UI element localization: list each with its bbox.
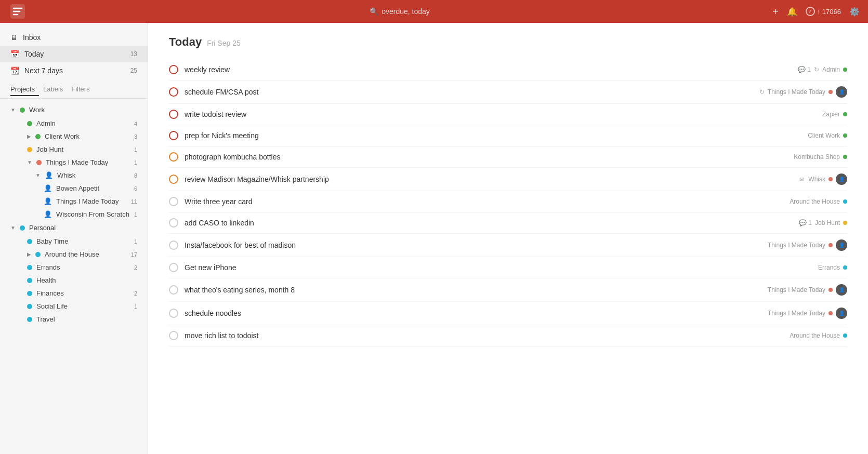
project-dot	[843, 155, 847, 159]
next7days-label: Next 7 days	[24, 66, 63, 75]
task-avatar: 👤	[836, 239, 847, 251]
sidebar-item-health[interactable]: Health	[0, 274, 148, 287]
tab-projects[interactable]: Projects	[10, 83, 39, 96]
task-item: prep for Nick's meeting Client Work	[169, 125, 847, 146]
task-checkbox[interactable]	[169, 309, 178, 318]
sidebar-item-babytime[interactable]: Baby Time 1	[0, 235, 148, 248]
task-name: add CASO to linkedin	[185, 219, 793, 227]
tab-labels[interactable]: Labels	[39, 83, 67, 96]
travel-label: Travel	[36, 315, 55, 323]
project-group-work[interactable]: ▼ Work	[0, 103, 148, 117]
sidebar-item-sociallife[interactable]: Social Life 1	[0, 300, 148, 313]
sidebar-item-thingsmadetoday-group[interactable]: ▼ Things I Made Today 1	[0, 156, 148, 169]
work-dot	[20, 108, 25, 113]
search-icon: 🔍	[370, 7, 378, 16]
mail-icon: ✉	[799, 176, 804, 183]
task-meta: Things I Made Today👤	[768, 308, 847, 319]
task-checkbox[interactable]	[169, 110, 178, 119]
sidebar-item-whisk-group[interactable]: ▼ 👤 Whisk 8	[0, 169, 148, 182]
content-area: Today Fri Sep 25 weekly review 💬 1↻Admin…	[148, 23, 868, 454]
finances-label: Finances	[36, 289, 64, 297]
wisconsinfromscratch-badge: 1	[134, 211, 137, 218]
project-dot	[843, 265, 847, 270]
sidebar-item-today[interactable]: 📅 Today 13	[0, 46, 148, 62]
sidebar-item-jobhunt[interactable]: Job Hunt 1	[0, 143, 148, 156]
babytime-label: Baby Time	[36, 237, 68, 245]
sidebar-item-next7days[interactable]: 📆 Next 7 days 25	[0, 62, 148, 79]
task-checkbox[interactable]	[169, 197, 178, 206]
sidebar-item-aroundthehouse[interactable]: ▶ Around the House 17	[0, 248, 148, 261]
task-name: schedule FM/CSA post	[185, 88, 753, 96]
jobhunt-badge: 1	[134, 146, 137, 153]
wisconsinfromscratch-label: Wisconsin From Scratch	[56, 210, 129, 218]
task-name: review Madison Magazine/Whisk partnershi…	[185, 175, 793, 183]
project-dot	[843, 333, 847, 338]
task-item: photograph kombucha bottles Kombucha Sho…	[169, 146, 847, 168]
sidebar-item-errands[interactable]: Errands 2	[0, 261, 148, 274]
sidebar-item-bowenappetit[interactable]: 👤 Bowen Appetit 6	[0, 182, 148, 195]
task-checkbox[interactable]	[169, 152, 178, 162]
sidebar-item-admin[interactable]: Admin 4	[0, 117, 148, 130]
finances-dot	[27, 291, 32, 296]
task-project: Things I Made Today	[768, 88, 825, 96]
task-checkbox[interactable]	[169, 263, 178, 272]
person-icon: 👤	[44, 210, 52, 218]
tab-filters[interactable]: Filters	[67, 83, 94, 96]
task-checkbox[interactable]	[169, 285, 178, 295]
today-label: Today	[24, 50, 44, 58]
chevron-down-icon: ▼	[10, 107, 16, 113]
sidebar-item-clientwork[interactable]: ▶ Client Work 3	[0, 130, 148, 143]
bowenappetit-label: Bowen Appetit	[56, 184, 99, 192]
task-project: Job Hunt	[815, 219, 840, 226]
clientwork-label: Client Work	[45, 132, 80, 140]
sidebar-item-thingsmadetoday2[interactable]: 👤 Things I Made Today 11	[0, 195, 148, 208]
sidebar-item-inbox[interactable]: 🖥 Inbox	[0, 29, 148, 46]
task-avatar: 👤	[836, 308, 847, 319]
clientwork-badge: 3	[134, 133, 137, 140]
travel-dot	[27, 317, 32, 322]
bowenappetit-badge: 6	[134, 185, 137, 192]
project-dot	[843, 133, 847, 138]
personal-label: Personal	[29, 224, 56, 232]
topbar: 🔍 overdue, today + 🔔 ✓ ↑ 17066 ⚙️	[0, 0, 868, 23]
project-dot	[843, 68, 847, 72]
jobhunt-label: Job Hunt	[36, 145, 63, 153]
app-logo[interactable]	[8, 2, 27, 21]
task-item: write todoist review Zapier	[169, 104, 847, 125]
task-name: what theo's eating series, month 8	[185, 286, 761, 294]
comment-icon: 💬	[799, 219, 807, 226]
admin-dot	[27, 121, 32, 126]
task-checkbox[interactable]	[169, 175, 178, 184]
task-project: Things I Made Today	[768, 242, 825, 249]
person-icon: 👤	[44, 184, 52, 192]
sidebar-item-travel[interactable]: Travel	[0, 313, 148, 326]
settings-button[interactable]: ⚙️	[849, 7, 860, 17]
person-icon: 👤	[44, 197, 52, 205]
task-checkbox[interactable]	[169, 131, 178, 140]
aroundthehouse-label: Around the House	[45, 250, 99, 258]
inbox-label: Inbox	[23, 33, 41, 42]
task-checkbox[interactable]	[169, 218, 178, 228]
task-checkbox[interactable]	[169, 331, 178, 340]
today-badge: 13	[130, 50, 137, 58]
task-name: Insta/facebook for best of madison	[185, 241, 761, 249]
task-avatar: 👤	[836, 284, 847, 296]
notifications-button[interactable]: 🔔	[787, 7, 797, 17]
sidebar-item-wisconsinfromscratch[interactable]: 👤 Wisconsin From Scratch 1	[0, 208, 148, 221]
projects-section: ▼ Work Admin 4 ▶ Client Work 3 Job Hunt …	[0, 103, 148, 326]
task-meta: Around the House	[790, 198, 847, 205]
task-item: Get new iPhone Errands	[169, 257, 847, 278]
add-task-button[interactable]: +	[772, 6, 779, 18]
sidebar-item-finances[interactable]: Finances 2	[0, 287, 148, 300]
project-dot	[828, 288, 833, 292]
task-checkbox[interactable]	[169, 65, 178, 74]
task-checkbox[interactable]	[169, 87, 178, 97]
project-group-personal[interactable]: ▼ Personal	[0, 221, 148, 235]
task-meta: Things I Made Today👤	[768, 239, 847, 251]
task-meta: Kombucha Shop	[794, 153, 847, 161]
search-bar[interactable]: 🔍 overdue, today	[27, 7, 772, 16]
task-checkbox[interactable]	[169, 241, 178, 250]
page-date: Fri Sep 25	[207, 39, 241, 47]
topbar-actions: + 🔔 ✓ ↑ 17066 ⚙️	[772, 6, 860, 18]
task-item: Write three year card Around the House	[169, 191, 847, 212]
